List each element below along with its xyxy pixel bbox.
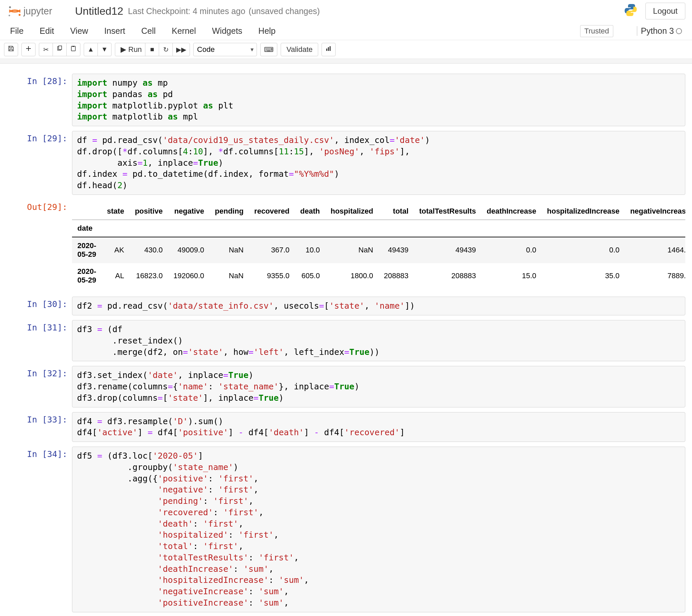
move-group: ▲ ▼ [84, 43, 111, 56]
menu-file[interactable]: File [10, 26, 23, 36]
arrow-down-icon: ▼ [101, 46, 108, 53]
add-cell-button[interactable] [21, 43, 36, 56]
code-input[interactable]: df3.set_index('date', inplace=True) df3.… [72, 366, 685, 407]
unsaved-text: (unsaved changes) [248, 6, 320, 16]
run-group: ▶Run ■ ↻ ▶▶ [115, 43, 190, 56]
df-index-name: date [72, 220, 102, 237]
code-input[interactable]: df3 = (df .reset_index() .merge(df2, on=… [72, 320, 685, 361]
interrupt-button[interactable]: ■ [145, 43, 159, 56]
keyboard-icon: ⌨ [264, 46, 274, 53]
svg-text:jupyter: jupyter [23, 6, 52, 16]
table-row: 2020-05-29 AL 16823.0 192060.0 NaN 9355.… [72, 263, 685, 289]
svg-rect-5 [59, 46, 62, 49]
code-cell[interactable]: In [29]: df = pd.read_csv('data/covid19_… [7, 131, 685, 195]
df-col: hospitalized [325, 203, 379, 220]
paste-button[interactable] [66, 43, 80, 56]
code-text: df = pd.read_csv('data/covid19_us_states… [77, 135, 680, 191]
menu-edit[interactable]: Edit [40, 26, 54, 36]
edit-group: ✂ [39, 43, 80, 56]
code-text: df4 = df3.resample('D').sum() df4['activ… [77, 416, 680, 439]
df-col: hospitalizedIncrease [542, 203, 625, 220]
df-col: negative [168, 203, 210, 220]
fast-forward-icon: ▶▶ [176, 46, 186, 53]
menu-cell[interactable]: Cell [142, 26, 156, 36]
plus-icon [25, 46, 31, 53]
clipboard-icon [70, 46, 77, 53]
python-logo-icon [623, 3, 638, 19]
code-input[interactable]: import numpy as mp import pandas as pd i… [72, 74, 685, 126]
copy-button[interactable] [52, 43, 67, 56]
code-text: df3 = (df .reset_index() .merge(df2, on=… [77, 324, 680, 357]
code-cell[interactable]: In [31]: df3 = (df .reset_index() .merge… [7, 320, 685, 361]
code-cell[interactable]: In [33]: df4 = df3.resample('D').sum() d… [7, 412, 685, 442]
jupyter-logo[interactable]: jupyter [3, 4, 70, 18]
command-palette-button[interactable]: ⌨ [260, 43, 277, 56]
in-prompt: In [34]: [7, 447, 72, 459]
toolbar-shadow [0, 59, 692, 64]
code-cell[interactable]: In [28]: import numpy as mp import panda… [7, 74, 685, 126]
df-col: deathIncrease [481, 203, 542, 220]
move-down-button[interactable]: ▼ [98, 43, 111, 56]
df-index: 2020-05-29 [72, 237, 102, 263]
copy-icon [57, 46, 63, 53]
in-prompt: In [33]: [7, 412, 72, 424]
chart-button[interactable] [322, 43, 336, 56]
df-col: negativeIncrease [625, 203, 685, 220]
trusted-indicator[interactable]: Trusted [580, 25, 613, 37]
df-header-row: state positive negative pending recovere… [72, 203, 685, 220]
df-col: total [379, 203, 414, 220]
cell-type-select[interactable]: Code [193, 43, 257, 56]
dataframe-table: state positive negative pending recovere… [72, 203, 685, 289]
arrow-up-icon: ▲ [87, 46, 94, 53]
save-button[interactable] [4, 43, 18, 56]
code-cell[interactable]: In [30]: df2 = pd.read_csv('data/state_i… [7, 296, 685, 315]
run-button[interactable]: ▶Run [115, 43, 145, 56]
stop-icon: ■ [150, 46, 154, 53]
menu-help[interactable]: Help [258, 26, 275, 36]
bar-chart-icon [326, 46, 331, 53]
out-prompt: Out[29]: [7, 200, 72, 212]
menu-insert[interactable]: Insert [104, 26, 125, 36]
restart-buttontb[interactable]: ↻ [159, 43, 173, 56]
logout-button[interactable]: Logout [645, 3, 685, 19]
menu-kernel[interactable]: Kernel [172, 26, 196, 36]
notebook-header: jupyter Untitled12 Last Checkpoint: 4 mi… [0, 0, 692, 22]
code-text: import numpy as mp import pandas as pd i… [77, 77, 680, 123]
df-col: death [295, 203, 325, 220]
code-input[interactable]: df2 = pd.read_csv('data/state_info.csv',… [72, 296, 685, 315]
save-icon [8, 46, 14, 53]
validate-button[interactable]: Validate [281, 43, 318, 56]
df-col: positive [130, 203, 168, 220]
code-input[interactable]: df = pd.read_csv('data/covid19_us_states… [72, 131, 685, 195]
cut-button[interactable]: ✂ [39, 43, 53, 56]
move-up-button[interactable]: ▲ [84, 43, 98, 56]
checkpoint-text: Last Checkpoint: 4 minutes ago [128, 6, 245, 16]
toolbar: ✂ ▲ ▼ ▶Run ■ ↻ ▶▶ Code ⌨ Validate [0, 40, 692, 59]
svg-rect-7 [72, 46, 74, 47]
code-text: df2 = pd.read_csv('data/state_info.csv',… [77, 300, 680, 312]
code-input[interactable]: df5 = (df3.loc['2020-05'] .groupby('stat… [72, 447, 685, 612]
menu-widgets[interactable]: Widgets [212, 26, 242, 36]
notebook-container: In [28]: import numpy as mp import panda… [0, 64, 692, 612]
df-index-name-row: date [72, 220, 685, 237]
svg-point-1 [19, 14, 21, 16]
svg-rect-8 [326, 48, 327, 51]
svg-rect-9 [328, 47, 329, 51]
output-cell: Out[29]: state positive negative pending… [7, 200, 685, 292]
svg-rect-10 [330, 46, 330, 51]
code-cell[interactable]: In [32]: df3.set_index('date', inplace=T… [7, 366, 685, 407]
code-input[interactable]: df4 = df3.resample('D').sum() df4['activ… [72, 412, 685, 442]
refresh-icon: ↻ [163, 46, 169, 53]
svg-point-0 [9, 6, 11, 8]
menu-view[interactable]: View [70, 26, 88, 36]
df-col: totalTestResults [414, 203, 482, 220]
in-prompt: In [28]: [7, 74, 72, 86]
code-cell[interactable]: In [34]: df5 = (df3.loc['2020-05'] .grou… [7, 447, 685, 612]
notebook-name[interactable]: Untitled12 [75, 5, 123, 17]
restart-run-all-button[interactable]: ▶▶ [173, 43, 190, 56]
kernel-name[interactable]: Python 3 [637, 26, 674, 36]
in-prompt: In [30]: [7, 296, 72, 309]
run-label: Run [128, 45, 142, 54]
cell-type-select-wrap: Code [193, 43, 257, 56]
kernel-status-icon[interactable] [676, 28, 682, 34]
